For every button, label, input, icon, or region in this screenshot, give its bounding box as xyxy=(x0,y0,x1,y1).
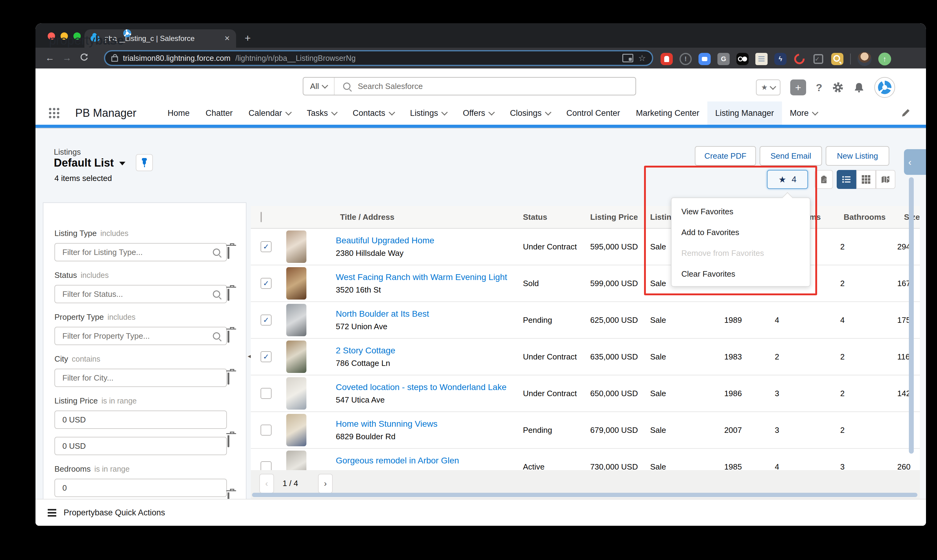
remove-filter-button[interactable] xyxy=(228,289,240,301)
quick-actions-footer[interactable]: Propertybase Quick Actions xyxy=(35,499,926,526)
nav-tab[interactable]: Control Center xyxy=(558,102,628,125)
remove-filter-button[interactable] xyxy=(228,435,240,448)
nav-tab[interactable]: Marketing Center xyxy=(628,102,707,125)
global-search-input[interactable] xyxy=(357,81,635,92)
url-bar[interactable]: trialsimon80.lightning.force.com /lightn… xyxy=(104,50,653,66)
filter-input-box[interactable] xyxy=(54,411,227,429)
list-selector[interactable]: Default List xyxy=(54,157,125,169)
next-page-button[interactable]: › xyxy=(318,474,333,493)
nav-tab[interactable]: Offers xyxy=(455,102,502,125)
notifications-bell-icon[interactable] xyxy=(854,82,865,93)
filter-input-2[interactable] xyxy=(61,441,220,451)
extension-icon[interactable] xyxy=(793,53,806,65)
extension-icon[interactable] xyxy=(737,53,749,65)
nav-tab[interactable]: Contacts xyxy=(345,102,402,125)
listing-photo[interactable] xyxy=(286,414,307,446)
remove-filter-button[interactable] xyxy=(228,247,240,259)
extension-icon[interactable] xyxy=(661,53,673,65)
new-tab-button[interactable]: + xyxy=(245,32,251,44)
favorites-menu-button[interactable]: ★ 4 xyxy=(767,170,808,189)
send-email-button[interactable]: Send Email xyxy=(760,146,822,166)
listing-photo[interactable] xyxy=(286,340,307,373)
extension-icon[interactable] xyxy=(831,53,843,65)
search-scope-dropdown[interactable]: All xyxy=(304,78,334,95)
setup-gear-icon[interactable] xyxy=(832,82,844,93)
new-listing-button[interactable]: New Listing xyxy=(826,146,889,166)
map-view-toggle[interactable] xyxy=(876,170,895,189)
remove-filter-button[interactable] xyxy=(228,331,240,343)
listing-title-link[interactable]: West Facing Ranch with Warm Evening Ligh… xyxy=(336,272,507,282)
browser-profile-avatar[interactable] xyxy=(857,52,872,66)
hamburger-menu-icon[interactable] xyxy=(48,509,56,517)
listing-title-link[interactable]: North Boulder at Its Best xyxy=(336,309,429,319)
row-checkbox[interactable] xyxy=(260,425,271,435)
filter-input[interactable] xyxy=(61,483,220,493)
filter-input-box[interactable] xyxy=(54,327,227,345)
filter-input-box[interactable] xyxy=(54,285,227,303)
reload-button[interactable] xyxy=(80,52,89,62)
extension-icon[interactable] xyxy=(698,53,711,65)
horizontal-scrollbar[interactable] xyxy=(252,493,917,497)
menu-item[interactable]: View Favorites xyxy=(672,201,810,222)
extension-icon[interactable]: ✓ xyxy=(812,53,824,65)
row-checkbox[interactable] xyxy=(260,351,271,362)
listing-photo[interactable] xyxy=(286,304,307,336)
remove-filter-button[interactable] xyxy=(228,492,240,499)
global-actions-button[interactable]: + xyxy=(790,80,806,95)
user-avatar[interactable] xyxy=(874,77,895,98)
filter-input[interactable] xyxy=(61,289,213,300)
cast-icon[interactable] xyxy=(622,54,633,62)
extension-icon[interactable]: ! xyxy=(680,53,692,65)
vertical-scrollbar[interactable] xyxy=(909,177,914,454)
select-all-checkbox[interactable] xyxy=(260,212,262,222)
nav-tab[interactable]: Closings xyxy=(502,102,558,125)
column-header-size[interactable]: Size xyxy=(889,212,920,222)
side-panel-toggle[interactable]: ‹ xyxy=(904,149,926,175)
nav-tab[interactable]: More xyxy=(782,102,826,125)
listing-photo[interactable] xyxy=(286,267,307,300)
filter-input[interactable] xyxy=(61,414,220,425)
column-header-status[interactable]: Status xyxy=(518,212,586,222)
mass-edit-button[interactable] xyxy=(815,170,833,189)
nav-tab[interactable]: Listing Manager xyxy=(707,102,782,125)
menu-item[interactable]: Remove from Favorites xyxy=(672,243,810,263)
pin-list-button[interactable] xyxy=(136,154,153,171)
nav-tab[interactable]: Chatter xyxy=(197,102,241,125)
filter-input[interactable] xyxy=(61,331,213,342)
app-launcher-waffle-icon[interactable] xyxy=(49,108,59,118)
favorites-widget[interactable]: ★ xyxy=(756,80,780,95)
forward-button[interactable]: → xyxy=(62,52,72,63)
extension-icon[interactable]: ϟ xyxy=(774,53,786,65)
filter-input[interactable] xyxy=(61,247,213,258)
tab-close-icon[interactable]: ✕ xyxy=(225,35,230,43)
listing-title-link[interactable]: Beautiful Upgraded Home xyxy=(336,236,434,245)
filter-input-box[interactable] xyxy=(54,243,227,262)
back-button[interactable]: ← xyxy=(45,52,54,63)
filter-input-box[interactable] xyxy=(54,479,227,497)
menu-item[interactable]: Add to Favorites xyxy=(672,222,810,243)
edit-nav-pencil-icon[interactable] xyxy=(901,109,910,118)
nav-tab[interactable]: Calendar xyxy=(241,102,299,125)
filter-input[interactable] xyxy=(61,372,220,383)
bookmark-star-icon[interactable]: ☆ xyxy=(638,53,646,63)
remove-filter-button[interactable] xyxy=(228,372,240,385)
filter-input-box-2[interactable] xyxy=(54,437,227,455)
extension-icon[interactable]: G xyxy=(717,53,730,65)
column-header-listing-price[interactable]: Listing Price xyxy=(586,212,645,222)
menu-item[interactable]: Clear Favorites xyxy=(672,263,810,284)
previous-page-button[interactable]: ‹ xyxy=(259,474,274,493)
row-checkbox[interactable] xyxy=(260,241,271,252)
help-icon[interactable]: ? xyxy=(816,82,822,94)
column-header-title-address[interactable]: Title / Address xyxy=(334,212,518,222)
row-checkbox[interactable] xyxy=(260,315,271,326)
row-checkbox[interactable] xyxy=(260,388,271,399)
global-search[interactable]: All xyxy=(303,77,636,95)
grid-view-toggle[interactable] xyxy=(856,170,876,189)
listing-title-link[interactable]: Coveted location - steps to Wonderland L… xyxy=(336,382,506,392)
listing-photo[interactable] xyxy=(286,377,307,409)
row-checkbox[interactable] xyxy=(260,278,271,289)
column-header-bathrooms[interactable]: Bathrooms xyxy=(826,212,889,222)
filter-input-box[interactable] xyxy=(54,369,227,387)
nav-tab[interactable]: Home xyxy=(160,102,197,125)
list-view-toggle[interactable] xyxy=(837,170,856,189)
